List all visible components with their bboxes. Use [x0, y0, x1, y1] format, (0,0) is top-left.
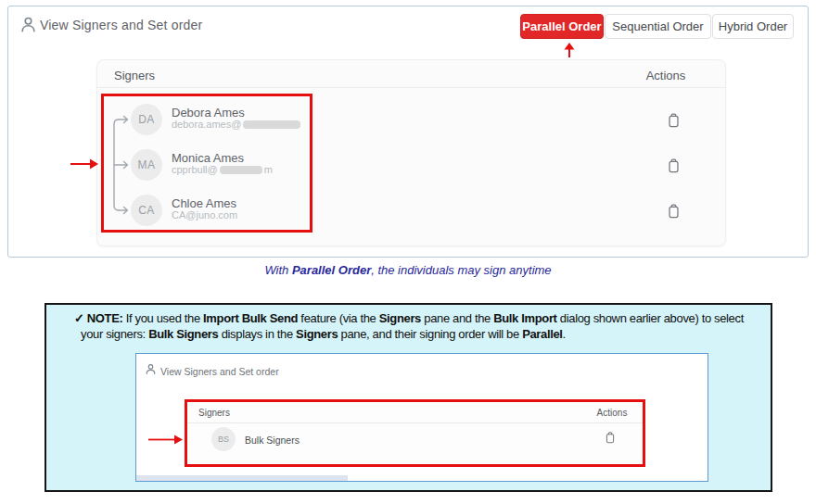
signer-name: Bulk Signers	[245, 435, 300, 446]
signer-name: Chloe Ames	[172, 196, 236, 210]
sequential-order-button[interactable]: Sequential Order	[605, 14, 711, 39]
avatar: BS	[211, 427, 236, 451]
redacted-email-blur	[243, 120, 300, 129]
delete-signer-button[interactable]	[667, 112, 681, 128]
header-divider	[97, 87, 725, 88]
parallel-order-button[interactable]: Parallel Order	[520, 14, 604, 39]
signers-column-header: Signers	[198, 408, 230, 418]
delete-icon	[667, 158, 681, 173]
delete-icon	[667, 112, 681, 128]
red-up-arrow-annotation	[563, 42, 576, 58]
delete-signer-button[interactable]	[667, 158, 681, 173]
delete-signer-button[interactable]	[667, 203, 681, 219]
actions-column-header: Actions	[590, 408, 634, 418]
note-text: ✓ NOTE: If you used the Import Bulk Send…	[74, 310, 744, 342]
note-line-1: ✓ NOTE: If you used the Import Bulk Send…	[74, 310, 744, 326]
header-divider	[187, 422, 643, 423]
signer-email: cpprbull@m	[172, 164, 273, 175]
page-background: { "main_panel": { "title": "View Signers…	[0, 0, 816, 504]
mini-panel-title: View Signers and Set order	[160, 366, 279, 377]
red-right-arrow-annotation	[147, 434, 185, 446]
signers-column-header: Signers	[114, 69, 155, 82]
signer-email: CA@juno.com	[172, 209, 237, 220]
redacted-email-blur	[220, 166, 262, 174]
person-icon	[145, 363, 157, 375]
hybrid-order-button[interactable]: Hybrid Order	[712, 14, 794, 39]
avatar: CA	[131, 195, 162, 226]
signer-name: Monica Ames	[172, 151, 244, 165]
actions-column-header: Actions	[643, 69, 689, 82]
signer-email: debora.ames@	[172, 119, 300, 130]
cropped-element-edge	[136, 475, 348, 481]
signers-card: Signers Actions DA Debora Ames debora.am…	[96, 59, 726, 246]
red-highlight-rectangle: Signers Actions BS Bulk Signers	[185, 399, 645, 467]
signer-name: Debora Ames	[172, 106, 245, 120]
note-line-2: your signers: Bulk Signers displays in t…	[74, 326, 744, 342]
avatar: MA	[131, 149, 162, 181]
caption-text: With Parallel Order, the individuals may…	[0, 263, 816, 277]
note-screenshot: View Signers and Set order Signers Actio…	[135, 353, 708, 482]
delete-icon	[667, 203, 681, 219]
avatar: DA	[131, 104, 162, 135]
delete-icon	[605, 431, 616, 444]
red-right-arrow-annotation	[70, 158, 99, 170]
panel-title: View Signers and Set order	[40, 18, 202, 32]
note-box: ✓ NOTE: If you used the Import Bulk Send…	[45, 303, 772, 492]
view-signers-panel: View Signers and Set order Parallel Orde…	[7, 6, 809, 258]
person-icon	[19, 16, 37, 33]
